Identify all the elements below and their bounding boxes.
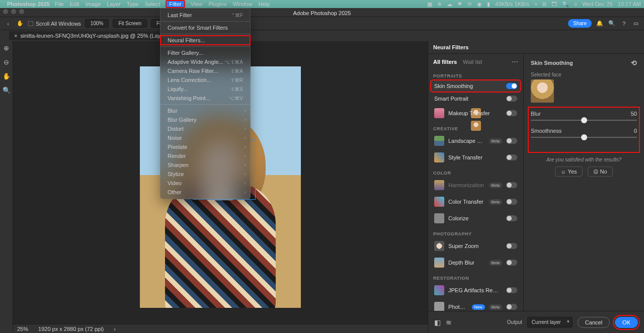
filter-toggle[interactable] [506, 96, 517, 102]
left-toolbar: ⊕ ⊖ ✋ 🔍 [0, 41, 13, 333]
menu-item[interactable]: Neural Filters... [160, 36, 250, 45]
status-icon[interactable]: ⚑ [457, 1, 462, 8]
detail-title: Skin Smoothing [531, 60, 573, 66]
filter-toggle[interactable] [506, 260, 517, 266]
status-icon[interactable]: ⌗ [534, 1, 537, 8]
filter-toggle[interactable] [506, 287, 517, 293]
preview-toggle-icon[interactable]: ◧ [434, 318, 441, 326]
zoom-window-icon[interactable] [19, 9, 24, 14]
filter-toggle[interactable] [506, 182, 517, 188]
filter-depth-blur[interactable]: Depth Blur Beta [431, 255, 520, 270]
filter-photo-restoration[interactable]: Photo Res... New Beta [431, 299, 520, 311]
menu-layer[interactable]: Layer [107, 1, 121, 7]
menu-file[interactable]: File [55, 1, 64, 7]
time[interactable]: 10:27 AM [618, 1, 641, 7]
menu-help[interactable]: Help [259, 1, 270, 7]
more-icon[interactable]: ⋯ [512, 58, 518, 65]
status-icon[interactable]: ✲ [437, 1, 442, 8]
filter-super-zoom[interactable]: Super Zoom [431, 238, 520, 254]
category-portraits: PORTRAITS [431, 69, 520, 80]
tab-wait-list[interactable]: Wait list [463, 59, 482, 65]
filter-skin-smoothing[interactable]: Skin Smoothing [431, 80, 520, 92]
back-icon[interactable]: ‹ [4, 20, 12, 28]
smoothness-value[interactable]: 0 [634, 128, 637, 134]
filter-toggle[interactable] [506, 199, 517, 205]
cancel-button[interactable]: Cancel [578, 317, 610, 328]
filter-jpeg-artifacts[interactable]: JPEG Artifacts Removal [431, 283, 520, 298]
menu-item: Sharpen› [160, 160, 250, 170]
search-icon[interactable]: 🔍 [562, 1, 569, 8]
hand-tool-icon[interactable]: ✋ [16, 20, 24, 28]
zoom-field[interactable]: 100% [85, 19, 109, 28]
status-icon[interactable]: ▮ [487, 1, 490, 8]
close-tab-icon[interactable]: × [14, 33, 17, 39]
filter-makeup-transfer[interactable]: Makeup Transfer [431, 106, 520, 121]
zoom-in-icon[interactable]: ⊕ [2, 43, 11, 52]
menu-select[interactable]: Select [145, 1, 160, 7]
filter-toggle[interactable] [506, 243, 517, 249]
menu-edit[interactable]: Edit [70, 1, 79, 7]
fit-screen-button[interactable]: Fit Screen [113, 19, 147, 28]
blur-slider[interactable] [531, 120, 637, 121]
share-button[interactable]: Share [568, 19, 592, 28]
smoothness-slider[interactable] [531, 137, 637, 138]
feedback-no-button[interactable]: ☹ No [588, 166, 613, 177]
menu-filter[interactable]: Filter [166, 1, 184, 8]
filter-toggle[interactable] [506, 110, 517, 116]
reset-icon[interactable]: ⟲ [631, 59, 637, 67]
filter-toggle[interactable] [506, 215, 517, 221]
status-icon[interactable]: ◉ [477, 1, 482, 8]
control-center-icon[interactable]: ≡ [574, 1, 577, 7]
search-icon[interactable]: 🔍 [608, 20, 616, 28]
menu-view[interactable]: View [191, 1, 203, 7]
status-icon[interactable]: ⟳ [467, 1, 472, 8]
filter-list[interactable]: PORTRAITS Skin Smoothing Smart Portrait … [428, 69, 523, 311]
filter-colorize[interactable]: Colorize [431, 211, 520, 226]
window-title: Adobe Photoshop 2025 [0, 8, 644, 17]
status-icon[interactable]: ▦ [427, 1, 432, 8]
minimize-window-icon[interactable] [11, 9, 16, 14]
category-restoration: RESTORATION [431, 272, 520, 283]
filter-color-transfer[interactable]: Color Transfer Beta [431, 194, 520, 209]
date[interactable]: Wed Dec 25 [582, 1, 612, 7]
notifications-icon[interactable]: 🔔 [596, 20, 604, 28]
filter-toggle[interactable] [506, 304, 517, 310]
menu-image[interactable]: Image [86, 1, 101, 7]
scroll-all-checkbox[interactable]: Scroll All Windows [28, 21, 81, 27]
output-select[interactable]: Current layer [527, 317, 573, 327]
workspace-icon[interactable]: ▭ [632, 20, 640, 28]
layers-icon[interactable]: ≋ [446, 318, 452, 326]
tab-all-filters[interactable]: All filters [433, 59, 457, 65]
status-bar: 25% 1920 px x 2880 px (72 ppi) › [13, 324, 428, 333]
hand-tool-icon[interactable]: ✋ [2, 71, 11, 80]
filter-toggle[interactable] [506, 83, 517, 89]
zoom-tool-icon[interactable]: 🔍 [2, 86, 11, 95]
filter-style-transfer[interactable]: Style Transfer [431, 150, 520, 165]
filter-harmonization[interactable]: Harmonization Beta [431, 178, 520, 193]
wifi-icon[interactable]: ⧉ [542, 1, 546, 8]
app-name[interactable]: Photoshop 2025 [7, 1, 50, 7]
menu-type[interactable]: Type [127, 1, 139, 7]
blur-value[interactable]: 50 [631, 111, 637, 117]
menu-plugins[interactable]: Plugins [208, 1, 226, 7]
zoom-out-icon[interactable]: ⊖ [2, 57, 11, 66]
menu-window[interactable]: Window [232, 1, 252, 7]
battery-icon[interactable]: 🗔 [551, 1, 557, 7]
feedback-yes-button[interactable]: ☺ Yes [555, 166, 582, 177]
menu-item: Distort› [160, 124, 250, 133]
close-window-icon[interactable] [3, 9, 8, 14]
filter-smart-portrait[interactable]: Smart Portrait [431, 93, 520, 104]
selected-face-thumbnail[interactable] [531, 79, 554, 103]
category-color: COLOR [431, 166, 520, 178]
slider-thumb[interactable] [581, 117, 587, 123]
filter-toggle[interactable] [506, 154, 517, 160]
filter-landscape-mixer[interactable]: Landscape Mixer Beta [431, 133, 520, 148]
window-controls [3, 9, 24, 14]
ok-button[interactable]: OK [615, 317, 638, 328]
status-arrow-icon[interactable]: › [114, 326, 116, 332]
filter-toggle[interactable] [506, 138, 517, 144]
status-zoom[interactable]: 25% [17, 326, 28, 332]
help-icon[interactable]: ? [620, 20, 628, 28]
status-icon[interactable]: ☁ [447, 1, 452, 8]
slider-thumb[interactable] [581, 134, 587, 140]
